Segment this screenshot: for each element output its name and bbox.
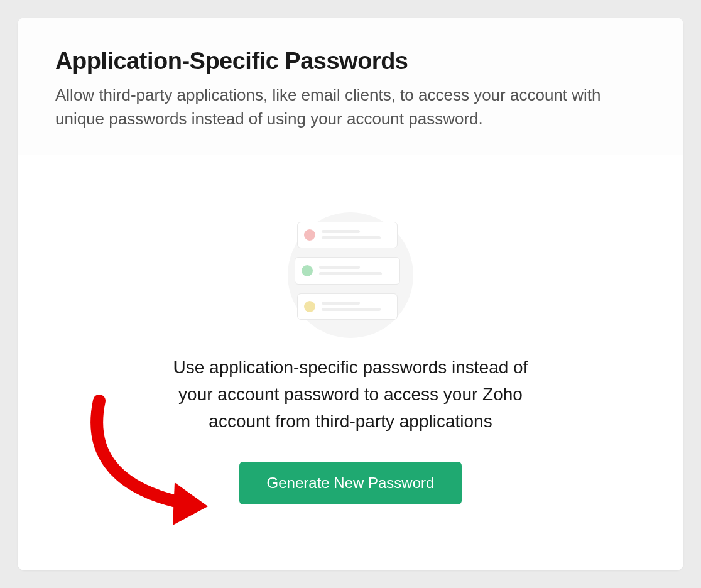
app-passwords-card: Application-Specific Passwords Allow thi… [18,18,683,570]
empty-state-message: Use application-specific passwords inste… [162,354,539,435]
passwords-illustration-icon [285,209,416,341]
card-body: Use application-specific passwords inste… [18,155,683,570]
generate-new-password-button[interactable]: Generate New Password [239,462,462,504]
card-header: Application-Specific Passwords Allow thi… [18,18,683,155]
page-title: Application-Specific Passwords [55,48,646,75]
page-description: Allow third-party applications, like ema… [55,84,646,131]
